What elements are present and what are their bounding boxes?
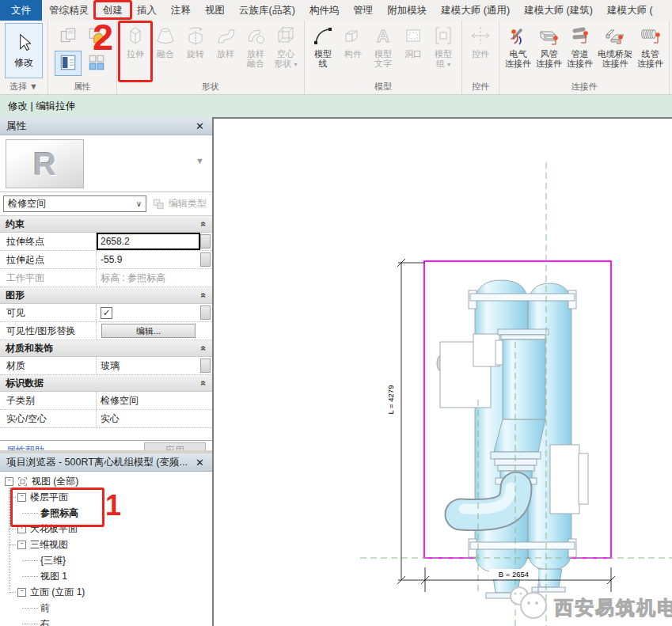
- property-value-子类别[interactable]: 检修空间: [97, 392, 200, 409]
- associate-param-button[interactable]: [200, 359, 211, 373]
- properties-palette-icon: [59, 53, 78, 74]
- tab-管理[interactable]: 管理: [346, 0, 380, 21]
- model-group-icon: [431, 24, 455, 47]
- property-value-拉伸终点[interactable]: 2658.2: [97, 233, 200, 250]
- property-group-标识数据[interactable]: 标识数据«: [0, 375, 212, 392]
- tree-expander[interactable]: -: [17, 541, 26, 549]
- family-category-button[interactable]: [55, 24, 82, 49]
- svg-text:A: A: [377, 26, 389, 46]
- property-group-图形[interactable]: 图形«: [0, 287, 212, 304]
- blend-button[interactable]: 融合: [150, 22, 180, 79]
- tab-管综精灵[interactable]: 管综精灵: [42, 0, 96, 21]
- property-value-材质[interactable]: 玻璃: [97, 357, 200, 374]
- tree-item-右[interactable]: 右: [0, 616, 212, 626]
- modify-button[interactable]: 修改: [5, 23, 43, 78]
- property-value-可见[interactable]: ✓: [97, 304, 200, 321]
- elec-connector-button[interactable]: 电气连接件: [503, 22, 533, 79]
- drawing-area[interactable]: L = 4279 B = 2654 西安易筑机电: [212, 117, 672, 626]
- tree-expander[interactable]: -: [17, 493, 26, 502]
- property-row-工作平面: 工作平面标高 : 参照标高: [0, 269, 212, 287]
- visible-checkbox[interactable]: ✓: [101, 307, 112, 319]
- tab-建模大师 (通用)[interactable]: 建模大师 (通用): [434, 0, 517, 21]
- property-label: 拉伸终点: [0, 233, 97, 250]
- tab-插入[interactable]: 插入: [130, 0, 164, 21]
- model-group-button[interactable]: 模型组 ▾: [428, 22, 458, 79]
- collapse-icon: «: [199, 381, 210, 386]
- property-row-拉伸起点: 拉伸起点-55.9: [0, 251, 212, 269]
- main-area: 属性 ✕ R ▼ 检修空间 ∨: [0, 117, 672, 626]
- tab-构件坞[interactable]: 构件坞: [302, 0, 347, 21]
- property-group-材质和装饰[interactable]: 材质和装饰«: [0, 340, 212, 357]
- property-label: 工作平面: [0, 269, 97, 286]
- panel-label-0[interactable]: 选择 ▼: [0, 81, 47, 94]
- property-value-拉伸起点[interactable]: -55.9: [97, 251, 200, 268]
- tree-item-前[interactable]: 前: [0, 600, 212, 616]
- control-button[interactable]: 控件: [465, 22, 495, 79]
- property-value-可见性/图形替换[interactable]: 编辑...: [97, 322, 200, 340]
- type-selector[interactable]: 检修空间 ∨: [3, 195, 146, 212]
- tab-文件[interactable]: 文件: [0, 0, 42, 21]
- tree-item-天花板平面[interactable]: +天花板平面: [0, 521, 212, 537]
- tree-item-楼层平面[interactable]: -楼层平面: [0, 489, 212, 505]
- property-value-实心/空心[interactable]: 实心: [97, 410, 200, 427]
- component-icon: [341, 24, 365, 47]
- edit-button[interactable]: 编辑...: [101, 324, 195, 338]
- chevron-down-icon[interactable]: ▼: [196, 156, 204, 165]
- void-button[interactable]: 空心形状 ▾: [271, 22, 301, 79]
- revolve-button[interactable]: 旋转: [180, 22, 211, 79]
- tree-item-立面 (立面 1)[interactable]: -立面 (立面 1): [0, 584, 212, 600]
- tree-item-视图 1[interactable]: 视图 1: [0, 568, 212, 584]
- type-selector-row: 检修空间 ∨ 编辑类型: [0, 192, 212, 216]
- panel-label-1: 属性: [48, 81, 116, 94]
- tree-item-{三维}[interactable]: {三维}: [0, 552, 212, 568]
- sweep-blend-button[interactable]: 放样融合: [241, 22, 271, 79]
- family-types-button[interactable]: [83, 51, 110, 76]
- void-icon: [274, 24, 298, 47]
- family-params-button[interactable]: [83, 24, 110, 49]
- tab-建模大师 ([interactable]: 建模大师 (: [600, 0, 660, 21]
- properties-palette-button[interactable]: [55, 51, 82, 76]
- pipe-connector-button[interactable]: 管道连接件: [564, 22, 595, 79]
- close-icon[interactable]: ✕: [194, 457, 206, 469]
- tray-connector-button[interactable]: 电缆桥架连接件: [595, 22, 635, 79]
- project-browser-header: 项目浏览器 - 500RT离心机组模型 (变频... ✕: [0, 453, 212, 472]
- tab-注释[interactable]: 注释: [164, 0, 198, 21]
- extrude-button[interactable]: 拉伸: [120, 22, 150, 79]
- dim-length-label[interactable]: L = 4279: [386, 385, 395, 415]
- tab-建模大师 (建筑)[interactable]: 建模大师 (建筑): [517, 0, 600, 21]
- tree-expander[interactable]: +: [17, 525, 26, 533]
- collapse-icon: «: [199, 346, 210, 351]
- edit-type-button[interactable]: 编辑类型: [150, 197, 209, 211]
- tree-item-参照标高[interactable]: 参照标高: [0, 505, 212, 521]
- sweep-button[interactable]: 放样: [211, 22, 241, 79]
- associate-param-button[interactable]: [200, 252, 211, 267]
- close-icon[interactable]: ✕: [194, 120, 206, 132]
- views-icon: [17, 476, 28, 488]
- component-button[interactable]: 构件: [338, 22, 368, 79]
- property-label: 子类别: [0, 392, 97, 409]
- associate-param-button[interactable]: [200, 305, 211, 320]
- tree-item-视图 (全部)[interactable]: -视图 (全部): [0, 473, 212, 489]
- property-group-约束[interactable]: 约束«: [0, 216, 212, 233]
- blend-icon: [154, 24, 177, 47]
- model-text-button[interactable]: A模型文字: [368, 22, 398, 79]
- dim-width-label[interactable]: B = 2654: [499, 570, 529, 579]
- tree-expander[interactable]: -: [17, 588, 26, 597]
- duct-connector-button[interactable]: 风管连接件: [533, 22, 564, 79]
- type-preview-image: R: [6, 139, 84, 188]
- collapse-icon: «: [199, 222, 210, 227]
- property-value-工作平面[interactable]: 标高 : 参照标高: [97, 269, 200, 286]
- tree-expander[interactable]: -: [5, 477, 13, 486]
- revolve-icon: [184, 24, 207, 47]
- tab-创建[interactable]: 创建: [96, 0, 130, 21]
- conduit-connector-button[interactable]: 线管连接件: [635, 22, 666, 79]
- tab-视图[interactable]: 视图: [198, 0, 232, 21]
- model-line-button[interactable]: 模型线: [308, 22, 338, 79]
- project-browser-tree: 1 -视图 (全部)-楼层平面参照标高+天花板平面-三维视图{三维}视图 1-立…: [0, 472, 212, 626]
- tab-云族库(品茗)[interactable]: 云族库(品茗): [232, 0, 302, 21]
- properties-title: 属性: [6, 120, 194, 133]
- associate-param-button[interactable]: [200, 234, 211, 249]
- tab-附加模块[interactable]: 附加模块: [380, 0, 434, 21]
- tree-item-三维视图[interactable]: -三维视图: [0, 537, 212, 552]
- opening-button[interactable]: 洞口: [398, 22, 428, 79]
